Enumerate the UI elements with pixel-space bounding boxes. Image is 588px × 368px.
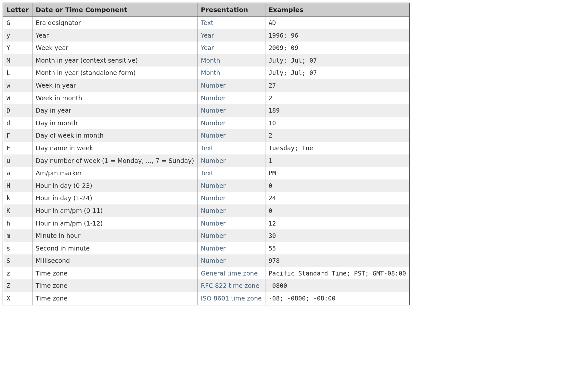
cell-examples: 55 xyxy=(265,242,410,255)
cell-examples: 2 xyxy=(265,92,410,104)
table-row: YWeek yearYear2009; 09 xyxy=(3,42,410,54)
cell-presentation: Number xyxy=(198,104,265,117)
cell-examples: 1996; 96 xyxy=(265,29,410,42)
cell-letter: F xyxy=(3,129,32,142)
cell-presentation: Year xyxy=(198,29,265,42)
cell-presentation: Number xyxy=(198,92,265,104)
cell-component: Time zone xyxy=(32,292,197,305)
presentation-link[interactable]: Number xyxy=(201,207,225,214)
table-row: ZTime zoneRFC 822 time zone-0800 xyxy=(3,279,410,292)
cell-presentation: Number xyxy=(198,204,265,217)
table-row: yYearYear1996; 96 xyxy=(3,29,410,42)
cell-letter: Y xyxy=(3,42,32,54)
presentation-link[interactable]: Number xyxy=(201,182,225,189)
cell-letter: w xyxy=(3,79,32,92)
presentation-link[interactable]: Number xyxy=(201,157,225,164)
cell-letter: S xyxy=(3,254,32,267)
cell-examples: 27 xyxy=(265,79,410,92)
presentation-link[interactable]: General time zone xyxy=(201,270,258,277)
cell-component: Minute in hour xyxy=(32,229,197,242)
cell-letter: z xyxy=(3,267,32,280)
presentation-link[interactable]: Number xyxy=(201,194,225,202)
cell-letter: K xyxy=(3,204,32,217)
cell-letter: L xyxy=(3,67,32,79)
cell-presentation: Text xyxy=(198,17,265,29)
cell-presentation: Text xyxy=(198,167,265,179)
cell-presentation: General time zone xyxy=(198,267,265,280)
presentation-link[interactable]: Number xyxy=(201,119,225,127)
cell-examples: Tuesday; Tue xyxy=(265,142,410,154)
col-header-letter: Letter xyxy=(3,3,32,17)
cell-presentation: Month xyxy=(198,54,265,67)
presentation-link[interactable]: Year xyxy=(201,32,214,39)
presentation-link[interactable]: ISO 8601 time zone xyxy=(201,295,262,302)
table-row: aAm/pm markerTextPM xyxy=(3,167,410,179)
presentation-link[interactable]: Number xyxy=(201,94,225,102)
table-header-row: Letter Date or Time Component Presentati… xyxy=(3,3,410,17)
cell-letter: s xyxy=(3,242,32,255)
cell-component: Era designator xyxy=(32,17,197,29)
cell-letter: u xyxy=(3,154,32,167)
presentation-link[interactable]: Number xyxy=(201,232,225,239)
cell-presentation: Number xyxy=(198,154,265,167)
cell-examples: 10 xyxy=(265,117,410,129)
cell-examples: 2009; 09 xyxy=(265,42,410,54)
presentation-link[interactable]: Number xyxy=(201,82,225,89)
cell-examples: 189 xyxy=(265,104,410,117)
cell-component: Day in year xyxy=(32,104,197,117)
table-row: WWeek in monthNumber2 xyxy=(3,92,410,104)
cell-presentation: Number xyxy=(198,242,265,255)
presentation-link[interactable]: Text xyxy=(201,169,213,177)
cell-letter: m xyxy=(3,229,32,242)
cell-examples: -08; -0800; -08:00 xyxy=(265,292,410,305)
cell-examples: 12 xyxy=(265,217,410,230)
table-row: dDay in monthNumber10 xyxy=(3,117,410,129)
table-row: sSecond in minuteNumber55 xyxy=(3,242,410,255)
table-row: FDay of week in monthNumber2 xyxy=(3,129,410,142)
table-row: wWeek in yearNumber27 xyxy=(3,79,410,92)
presentation-link[interactable]: Number xyxy=(201,245,225,252)
presentation-link[interactable]: Number xyxy=(201,132,225,139)
cell-presentation: Year xyxy=(198,42,265,54)
table-row: zTime zoneGeneral time zonePacific Stand… xyxy=(3,267,410,280)
table-row: EDay name in weekTextTuesday; Tue xyxy=(3,142,410,154)
cell-component: Hour in am/pm (1-12) xyxy=(32,217,197,230)
cell-examples: 1 xyxy=(265,154,410,167)
cell-letter: h xyxy=(3,217,32,230)
col-header-examples: Examples xyxy=(265,3,410,17)
table-row: KHour in am/pm (0-11)Number0 xyxy=(3,204,410,217)
cell-presentation: ISO 8601 time zone xyxy=(198,292,265,305)
cell-component: Hour in am/pm (0-11) xyxy=(32,204,197,217)
cell-component: Day of week in month xyxy=(32,129,197,142)
col-header-presentation: Presentation xyxy=(198,3,265,17)
presentation-link[interactable]: Year xyxy=(201,44,214,51)
cell-letter: G xyxy=(3,17,32,29)
cell-presentation: Number xyxy=(198,192,265,204)
presentation-link[interactable]: Month xyxy=(201,57,220,64)
cell-letter: y xyxy=(3,29,32,42)
presentation-link[interactable]: Text xyxy=(201,19,213,26)
cell-letter: Z xyxy=(3,279,32,292)
cell-letter: W xyxy=(3,92,32,104)
table-row: kHour in day (1-24)Number24 xyxy=(3,192,410,204)
presentation-link[interactable]: Month xyxy=(201,69,220,76)
presentation-link[interactable]: Text xyxy=(201,144,213,152)
presentation-link[interactable]: Number xyxy=(201,107,225,114)
cell-component: Month in year (standalone form) xyxy=(32,67,197,79)
cell-component: Week in year xyxy=(32,79,197,92)
cell-presentation: RFC 822 time zone xyxy=(198,279,265,292)
cell-component: Am/pm marker xyxy=(32,167,197,179)
cell-component: Time zone xyxy=(32,267,197,280)
presentation-link[interactable]: Number xyxy=(201,257,225,264)
cell-component: Year xyxy=(32,29,197,42)
table-row: SMillisecondNumber978 xyxy=(3,254,410,267)
cell-letter: M xyxy=(3,54,32,67)
cell-presentation: Month xyxy=(198,67,265,79)
cell-letter: D xyxy=(3,104,32,117)
presentation-link[interactable]: RFC 822 time zone xyxy=(201,282,259,289)
cell-presentation: Number xyxy=(198,129,265,142)
presentation-link[interactable]: Number xyxy=(201,220,225,227)
cell-examples: -0800 xyxy=(265,279,410,292)
table-row: LMonth in year (standalone form)MonthJul… xyxy=(3,67,410,79)
cell-component: Day number of week (1 = Monday, ..., 7 =… xyxy=(32,154,197,167)
